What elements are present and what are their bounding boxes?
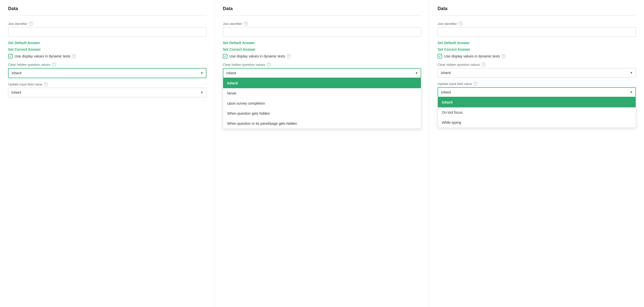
panel1-update-input-label: Update input field value ?	[8, 82, 206, 86]
panel3-checkbox-row[interactable]: ✓ Use display values in dynamic texts ?	[438, 54, 636, 58]
panel1-checkbox-row[interactable]: ✓ Use display values in dynamic texts ?	[8, 54, 206, 58]
panel2-checkmark-icon: ✓	[224, 54, 226, 58]
panel3-checkbox-label: Use display values in dynamic texts ?	[444, 54, 505, 58]
panel1-update-input-help-icon[interactable]: ?	[44, 82, 48, 86]
panel3-dropdown-item-while-typing[interactable]: While typing	[438, 117, 636, 128]
panel3-dropdown-menu: Inherit On lost focus While typing	[438, 97, 636, 128]
panel1-update-input-select[interactable]: Inherit	[8, 88, 206, 97]
panel2-set-default-answer-link[interactable]: Set Default Answer	[223, 41, 421, 45]
panel3-clear-hidden-label: Clear hidden question values ?	[438, 63, 636, 67]
panel2-divider	[223, 15, 421, 16]
panel-1: Data Join identifier ? Set Default Answe…	[0, 0, 215, 307]
panel3-update-input-help-icon[interactable]: ?	[473, 82, 477, 86]
panel1-title: Data	[8, 6, 206, 11]
panel2-checkbox[interactable]: ✓	[223, 54, 227, 58]
panel2-join-identifier-help-icon[interactable]: ?	[244, 22, 248, 26]
panel1-set-correct-answer-link[interactable]: Set Correct Answer	[8, 47, 206, 51]
panel3-set-default-answer-link[interactable]: Set Default Answer	[438, 41, 636, 45]
panel2-set-correct-answer-link[interactable]: Set Correct Answer	[223, 47, 421, 51]
panel2-title: Data	[223, 6, 421, 11]
main-layout: Data Join identifier ? Set Default Answe…	[0, 0, 644, 307]
panel2-checkbox-row[interactable]: ✓ Use display values in dynamic texts ?	[223, 54, 421, 58]
panel1-clear-hidden-label: Clear hidden question values ?	[8, 63, 206, 67]
panel1-join-identifier-input[interactable]	[8, 27, 206, 37]
panel3-dropdown-item-inherit[interactable]: Inherit	[438, 97, 636, 107]
panel1-checkmark-icon: ✓	[9, 54, 12, 58]
panel3-checkmark-icon: ✓	[439, 54, 441, 58]
panel1-divider	[8, 15, 206, 16]
panel3-dropdown-item-lost-focus[interactable]: On lost focus	[438, 107, 636, 117]
panel3-set-correct-answer-link[interactable]: Set Correct Answer	[438, 47, 636, 51]
panel2-dropdown-item-inherit[interactable]: Inherit	[223, 78, 421, 88]
panel1-checkbox-label: Use display values in dynamic texts ?	[15, 54, 76, 58]
panel2-clear-hidden-label: Clear hidden question values ?	[223, 63, 421, 67]
panel2-clear-hidden-select[interactable]: Inherit	[223, 68, 421, 78]
panel3-join-identifier-help-icon[interactable]: ?	[459, 22, 463, 26]
panel3-checkbox[interactable]: ✓	[438, 54, 442, 58]
panel1-set-default-answer-link[interactable]: Set Default Answer	[8, 41, 206, 45]
panel-3: Data Join identifier ? Set Default Answe…	[430, 0, 644, 307]
panel-2: Data Join identifier ? Set Default Answe…	[215, 0, 430, 307]
panel3-update-input-select-wrapper: Inherit ▼ Inherit On lost focus While ty…	[438, 87, 636, 97]
panel3-checkbox-help-icon[interactable]: ?	[501, 54, 505, 58]
panel3-clear-hidden-help-icon[interactable]: ?	[481, 63, 486, 67]
panel2-clear-hidden-select-wrapper: Inherit ▼ Inherit Never Upon survey comp…	[223, 68, 421, 78]
panel1-clear-hidden-select-wrapper: Inherit ▼	[8, 68, 206, 78]
panel1-checkbox-help-icon[interactable]: ?	[72, 54, 76, 58]
panel1-join-identifier-help-icon[interactable]: ?	[29, 22, 33, 26]
panel3-update-input-select[interactable]: Inherit	[438, 87, 636, 97]
panel2-checkbox-help-icon[interactable]: ?	[287, 54, 291, 58]
panel2-join-identifier-input[interactable]	[223, 27, 421, 37]
panel1-clear-hidden-select[interactable]: Inherit	[8, 68, 206, 78]
panel2-dropdown-menu: Inherit Never Upon survey completion Whe…	[223, 78, 421, 129]
panel2-dropdown-item-never[interactable]: Never	[223, 88, 421, 98]
panel1-clear-hidden-help-icon[interactable]: ?	[52, 63, 56, 67]
panel2-join-identifier-label: Join identifier ?	[223, 22, 421, 26]
panel3-clear-hidden-select-wrapper: Inherit ▼	[438, 68, 636, 78]
panel2-clear-hidden-help-icon[interactable]: ?	[267, 63, 271, 67]
panel3-join-identifier-input[interactable]	[438, 27, 636, 37]
panel2-dropdown-item-question-hidden[interactable]: When question gets hidden	[223, 108, 421, 118]
panel1-join-identifier-label: Join identifier ?	[8, 22, 206, 26]
panel1-update-input-select-wrapper: Inherit ▼	[8, 88, 206, 97]
panel3-title: Data	[438, 6, 636, 11]
panel3-update-input-label: Update input field value ?	[438, 82, 636, 86]
panel2-dropdown-item-panel-hidden[interactable]: When question or its panel/page gets hid…	[223, 118, 421, 129]
panel2-dropdown-item-survey-completion[interactable]: Upon survey completion	[223, 98, 421, 108]
panel3-join-identifier-label: Join identifier ?	[438, 22, 636, 26]
panel3-clear-hidden-select[interactable]: Inherit	[438, 68, 636, 78]
panel2-checkbox-label: Use display values in dynamic texts ?	[229, 54, 291, 58]
panel1-checkbox[interactable]: ✓	[8, 54, 13, 58]
panel3-divider	[438, 15, 636, 16]
